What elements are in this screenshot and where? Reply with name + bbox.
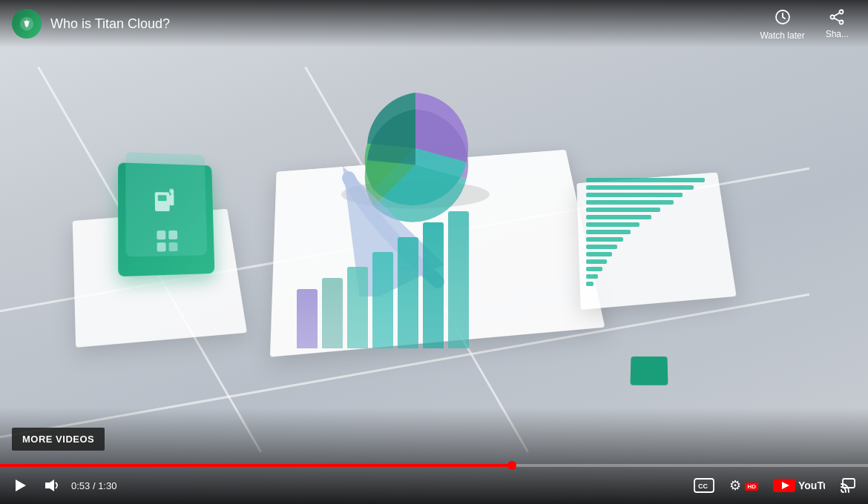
video-title: Who is Titan Cloud? — [50, 16, 752, 32]
svg-point-14 — [831, 16, 835, 19]
svg-text:CC: CC — [698, 483, 708, 490]
cc-button[interactable]: CC — [691, 475, 717, 496]
video-player[interactable]: Who is Titan Cloud? Watch later — [0, 0, 868, 504]
share-label: Sha... — [826, 29, 849, 39]
share-button[interactable]: Sha... — [818, 4, 856, 44]
controls-bar: 0:53 / 1:30 CC ⚙ HD YouTube — [0, 467, 868, 504]
svg-rect-3 — [158, 195, 167, 201]
more-videos-button[interactable]: MORE VIDEOS — [12, 428, 105, 451]
svg-rect-7 — [157, 231, 165, 239]
right-bar-chart — [586, 178, 705, 286]
play-button[interactable] — [9, 474, 31, 497]
h-bar-item — [586, 222, 640, 227]
h-bar-item — [586, 245, 617, 249]
time-display: 0:53 / 1:30 — [71, 480, 116, 491]
h-bar-item — [586, 252, 612, 256]
grid-icon — [154, 228, 180, 255]
bar-item — [398, 237, 418, 348]
h-bar-item — [586, 274, 598, 279]
bar-item — [448, 211, 469, 348]
cast-button[interactable] — [837, 474, 859, 497]
svg-rect-9 — [157, 242, 166, 251]
svg-point-13 — [840, 10, 844, 14]
share-icon — [828, 8, 846, 29]
teal-small-card — [631, 357, 668, 385]
h-bar-item — [586, 185, 694, 190]
green-card — [118, 162, 214, 276]
h-bar-item — [586, 259, 607, 264]
clock-icon — [772, 7, 793, 27]
svg-text:YouTube: YouTube — [798, 480, 825, 491]
svg-marker-16 — [16, 480, 26, 491]
svg-point-6 — [169, 189, 174, 193]
bar-item — [322, 278, 343, 348]
bar-item — [297, 289, 318, 348]
svg-rect-10 — [168, 242, 177, 251]
svg-rect-4 — [169, 195, 174, 205]
h-bar-item — [586, 230, 631, 234]
fuel-pump-icon — [149, 183, 185, 219]
watch-later-button[interactable]: Watch later — [752, 2, 812, 45]
h-bar-item — [586, 215, 651, 219]
h-bar-item — [586, 282, 594, 286]
titan-logo-icon — [19, 16, 35, 32]
h-bar-item — [586, 208, 660, 212]
settings-button[interactable]: ⚙ HD — [726, 474, 761, 497]
svg-rect-2 — [155, 192, 170, 211]
bar-item — [372, 252, 393, 348]
youtube-logo[interactable]: YouTube — [770, 474, 828, 497]
bar-item — [423, 222, 444, 348]
titan-logo — [12, 9, 42, 39]
h-bar-item — [586, 267, 602, 271]
svg-rect-23 — [843, 479, 855, 488]
h-bar-item — [586, 178, 705, 182]
svg-rect-8 — [168, 231, 177, 239]
h-bar-item — [586, 200, 674, 205]
svg-rect-5 — [171, 191, 174, 197]
top-bar-actions: Watch later Sha... — [752, 2, 856, 45]
volume-button[interactable] — [40, 474, 62, 497]
bar-chart — [297, 200, 469, 348]
bar-item — [347, 267, 368, 348]
watch-later-label: Watch later — [760, 30, 804, 41]
hd-badge: HD — [745, 483, 758, 491]
h-bar-item — [586, 193, 683, 197]
top-bar: Who is Titan Cloud? Watch later — [0, 0, 868, 47]
svg-point-15 — [840, 21, 844, 24]
svg-marker-17 — [45, 480, 54, 491]
h-bar-item — [586, 237, 623, 242]
